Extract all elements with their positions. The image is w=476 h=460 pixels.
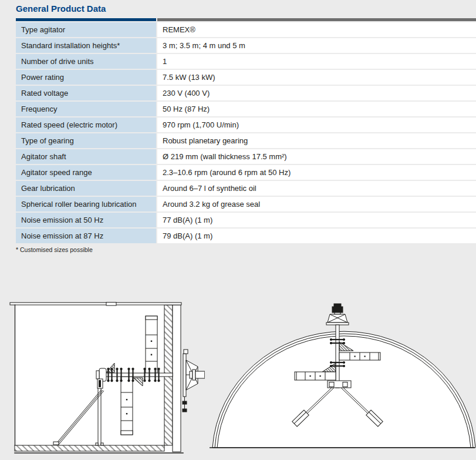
dome-tank-agitator-front-view-diagram [208,287,476,459]
spec-label: Number of drive units [16,54,156,69]
spec-value: 3 m; 3.5 m; 4 m und 5 m [157,38,476,53]
spec-value: 79 dB(A) (1 m) [157,229,476,243]
table-header-bar [16,18,476,21]
header-bar-right [157,18,476,21]
table-row: Rated voltage 230 V (400 V) [16,86,476,100]
wall-mounted-agitator-side-view-diagram [8,287,205,459]
lower-paddle-arm [295,372,336,380]
upper-paddle-blade [146,316,157,373]
spec-label: Type agitator [16,22,156,37]
spec-label: Power rating [16,70,156,85]
spec-label: Agitator speed range [16,165,156,180]
spec-value: Robust planetary gearing [157,133,476,148]
tank-wall-outer [173,305,181,452]
hanging-rod [183,397,187,412]
spec-table: Type agitator REMEX® Standard installati… [16,18,476,244]
vertical-shaft [336,325,339,388]
spec-label: Agitator shaft [16,149,156,164]
spec-label: Frequency [16,102,156,116]
table-row: Spherical roller bearing lubrication Aro… [16,197,476,211]
table-row: Agitator shaft Ø 219 mm (wall thickness … [16,149,476,164]
tank-top-rim [10,303,181,305]
spec-value: 2.3–10.6 rpm (around 6 rpm at 50 Hz) [157,165,476,180]
spec-label: Noise emission at 50 Hz [16,213,156,227]
table-row: Gear lubrication Around 6–7 l of synthet… [16,181,476,196]
spec-label: Rated voltage [16,86,156,100]
top-drive-motor [326,304,349,325]
footnote: * Customised sizes possible [16,246,93,253]
drive-unit [183,350,205,412]
spec-value: 7.5 kW (13 kW) [157,70,476,85]
table-row: Noise emission at 87 Hz 79 dB(A) (1 m) [16,229,476,243]
spec-value: Around 3.2 kg of grease seal [157,197,476,211]
spec-value: 970 rpm (1,700 U/min) [157,117,476,132]
spec-value: Around 6–7 l of synthetic oil [157,181,476,196]
lower-paddle-blade [121,377,133,435]
table-row: Type of gearing Robust planetary gearing [16,133,476,148]
spec-label: Noise emission at 87 Hz [16,229,156,243]
agitator-shaft [106,373,173,377]
spec-value: 77 dB(A) (1 m) [157,213,476,227]
bottom-hub [328,381,351,388]
table-row: Noise emission at 50 Hz 77 dB(A) (1 m) [16,213,476,227]
table-row: Agitator speed range 2.3–10.6 rpm (aroun… [16,165,476,180]
table-row: Type agitator REMEX® [16,22,476,37]
table-row: Frequency 50 Hz (87 Hz) [16,102,476,116]
spec-label: Spherical roller bearing lubrication [16,197,156,211]
spec-label: Gear lubrication [16,181,156,196]
tank-floor-hatched [15,445,164,451]
page-title: General Product Data [16,4,106,14]
table-row: Rated speed (electric motor) 970 rpm (1,… [16,117,476,132]
spec-value: 230 V (400 V) [157,86,476,100]
spec-value: REMEX® [157,22,476,37]
spec-label: Type of gearing [16,133,156,148]
spec-value: 50 Hz (87 Hz) [157,102,476,116]
header-bar-left [16,18,156,21]
table-row: Power rating 7.5 kW (13 kW) [16,70,476,85]
spec-label: Rated speed (electric motor) [16,117,156,132]
mounting-plate [183,354,186,397]
spec-label: Standard installation heights* [16,38,156,53]
spec-value: Ø 219 mm (wall thickness 17.5 mm²) [157,149,476,164]
upper-paddle-arm [339,352,380,360]
table-row: Standard installation heights* 3 m; 3.5 … [16,38,476,53]
table-row: Number of drive units 1 [16,54,476,69]
spec-value: 1 [157,54,476,69]
datasheet-page: General Product Data Type agitator REMEX… [0,0,476,460]
